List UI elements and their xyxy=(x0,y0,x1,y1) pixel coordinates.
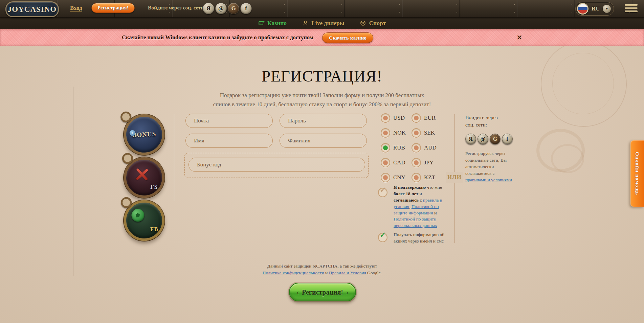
currency-label-kzt[interactable]: KZT xyxy=(424,174,442,181)
checkmark-icon: ✓ xyxy=(380,231,386,239)
currency-label-sek[interactable]: SEK xyxy=(424,130,442,136)
badge-label: FS xyxy=(150,184,158,191)
privacy-policy-link[interactable]: Политика конфиденциальности xyxy=(263,270,324,275)
age-consent-text: Я подтверждаю что мне более 18 лет и сог… xyxy=(394,184,445,229)
banner-text: Скачайте новый Windows клиент казино и з… xyxy=(122,29,313,46)
currency-radio-usd[interactable] xyxy=(381,113,390,123)
facebook-icon[interactable]: f xyxy=(240,3,252,14)
logo[interactable]: JOYCASINO xyxy=(5,1,59,17)
facebook-icon[interactable]: f xyxy=(502,134,513,144)
currency-radio-nok[interactable] xyxy=(381,128,390,138)
currency-radio-eur[interactable] xyxy=(412,113,421,123)
coffee-stain-decoration xyxy=(551,144,584,173)
yandex-icon[interactable]: Я xyxy=(203,3,214,14)
google-icon[interactable]: G xyxy=(490,134,501,144)
freespins-medallion: FS xyxy=(123,157,165,199)
currency-label-aud[interactable]: AUD xyxy=(424,144,442,151)
currency-radio-cny[interactable] xyxy=(381,173,390,182)
email-field[interactable] xyxy=(185,114,273,128)
radio-petals xyxy=(414,175,419,180)
ball-icon xyxy=(131,209,145,222)
online-help-tab[interactable]: Онлайн помощь xyxy=(630,140,644,207)
currency-row: CAD JPY xyxy=(381,155,442,170)
currency-radio-jpy[interactable] xyxy=(412,158,421,167)
language-selector[interactable]: RU ▼ xyxy=(575,2,614,16)
bonus-code-field[interactable] xyxy=(188,158,365,172)
currency-row: USD EUR xyxy=(381,111,442,125)
currency-label-nok[interactable]: NOK xyxy=(393,130,412,136)
right-chevron-icon: › xyxy=(346,288,349,296)
social-login-box: Войдите через соц. сети: Я @ G f Регистр… xyxy=(465,114,516,183)
currency-label-eur[interactable]: EUR xyxy=(424,115,442,121)
russia-flag-icon xyxy=(577,3,589,15)
register-button[interactable]: Регистрация! xyxy=(91,3,135,13)
tab-live-dealers[interactable]: Live дилеры xyxy=(302,20,344,27)
page-title: РЕГИСТРАЦИЯ! xyxy=(0,67,644,85)
personal-data-policy-link[interactable]: Политикой по защите персональных данных xyxy=(394,216,437,228)
mailru-icon[interactable]: @ xyxy=(215,3,227,14)
menu-icon[interactable] xyxy=(625,4,638,12)
google-icon[interactable]: G xyxy=(228,3,239,14)
recaptcha-text: Данный сайт защищен reCAPTCHA, а так же … xyxy=(267,263,377,269)
consent-text-part: , xyxy=(409,204,412,209)
radio-petals xyxy=(383,116,388,120)
slot-machine-icon xyxy=(258,20,265,26)
header-social-prompt: Войдите через соц. сети: xyxy=(148,5,205,11)
badge-label: BONUS xyxy=(132,130,156,139)
currency-row: CNY KZT xyxy=(381,170,442,185)
currency-label-cad[interactable]: CAD xyxy=(393,159,412,166)
currency-label-jpy[interactable]: JPY xyxy=(424,159,442,166)
paper-fold-decoration xyxy=(73,87,74,276)
radio-petals xyxy=(414,116,419,120)
currency-radio-kzt[interactable] xyxy=(412,173,421,182)
language-code: RU xyxy=(592,6,600,12)
currency-label-rub[interactable]: RUB xyxy=(393,144,412,151)
login-link[interactable]: Вход xyxy=(70,5,82,12)
close-icon[interactable]: ✕ xyxy=(515,33,524,42)
terms-and-conditions-link[interactable]: правилами и условиями xyxy=(465,177,512,182)
tab-sport[interactable]: Спорт xyxy=(360,20,386,27)
tab-label: Казино xyxy=(267,20,287,27)
currency-radio-cad[interactable] xyxy=(381,158,390,167)
or-label: ИЛИ xyxy=(446,172,463,183)
currency-radio-sek[interactable] xyxy=(412,128,421,138)
consent-text-part: что мне xyxy=(426,185,442,190)
bonus-medallion: + BONUS xyxy=(123,113,165,156)
currency-radio-rub[interactable] xyxy=(381,143,390,153)
first-name-field[interactable] xyxy=(185,134,273,148)
tab-label: Live дилеры xyxy=(311,20,344,27)
age-consent-checkbox[interactable]: ✓ xyxy=(378,188,387,197)
currency-selector: USD EUR NOK SEK RUB AUD CAD JPY xyxy=(381,111,442,185)
currency-label-cny[interactable]: CNY xyxy=(393,174,412,181)
currency-row: NOK SEK xyxy=(381,125,442,140)
nav-bar: Казино Live дилеры Спорт xyxy=(0,18,644,29)
download-banner: Скачайте новый Windows клиент казино и з… xyxy=(0,29,644,46)
promo-optin-checkbox[interactable]: ✓ xyxy=(378,233,387,242)
chevron-down-icon[interactable]: ▼ xyxy=(603,5,611,13)
last-name-field[interactable] xyxy=(280,134,367,148)
tab-casino[interactable]: Казино xyxy=(258,20,287,27)
header-bar: JOYCASINO Вход Регистрация! Войдите чере… xyxy=(0,0,644,18)
submit-registration-button[interactable]: ‹Регистрация!› xyxy=(289,283,356,301)
subtitle-line-2: спинов в течение 10 дней, бесплатную ста… xyxy=(0,100,644,109)
subtitle-line-1: Подарок за регистрацию уже почти твой! З… xyxy=(0,91,644,100)
checkmark-icon: ✓ xyxy=(380,186,386,194)
download-casino-button[interactable]: Скачать казино xyxy=(322,32,373,43)
google-terms-link[interactable]: Правила и Условия xyxy=(329,270,366,275)
cross-icon xyxy=(134,167,150,182)
radio-petals xyxy=(383,131,388,135)
currency-label-usd[interactable]: USD xyxy=(393,115,412,121)
radio-petals xyxy=(383,145,388,150)
left-chevron-icon: ‹ xyxy=(296,288,299,296)
soccer-ball-icon xyxy=(360,20,366,26)
consent-bold: более 18 лет xyxy=(394,191,418,196)
mailru-icon[interactable]: @ xyxy=(478,134,488,144)
page-subtitle: Подарок за регистрацию уже почти твой! З… xyxy=(0,91,644,109)
yandex-icon[interactable]: Я xyxy=(465,134,476,144)
freebet-medallion: FB xyxy=(123,200,165,241)
password-field[interactable] xyxy=(280,114,367,128)
currency-radio-aud[interactable] xyxy=(412,143,421,153)
dealer-person-icon xyxy=(302,20,309,26)
form-left-divider xyxy=(174,114,174,201)
main-content: РЕГИСТРАЦИЯ! Подарок за регистрацию уже … xyxy=(0,46,644,323)
